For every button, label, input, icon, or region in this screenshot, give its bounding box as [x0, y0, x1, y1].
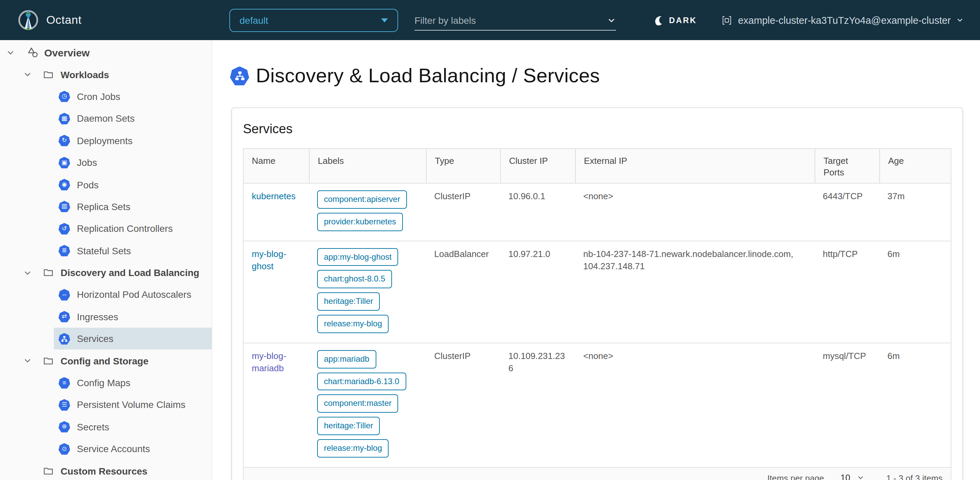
sidebar-item-replica-sets[interactable]: ▥ Replica Sets: [54, 195, 212, 217]
sidebar-group-config-and-storage[interactable]: Config and Storage: [0, 350, 212, 372]
card-title: Services: [232, 108, 962, 148]
service-link[interactable]: my-blog-ghost: [252, 249, 286, 271]
type-cell: ClusterIP: [426, 184, 500, 240]
chevron-down-icon[interactable]: [23, 70, 32, 79]
chevron-down-icon: [956, 16, 965, 24]
dark-theme-toggle[interactable]: DARK: [653, 0, 697, 40]
cluster-icon: [722, 14, 733, 25]
sidebar-item-cron-jobs[interactable]: ◷ Cron Jobs: [54, 86, 212, 108]
stateful-sets-icon: ≣: [59, 245, 70, 256]
chevron-down-icon[interactable]: [6, 48, 15, 57]
sidebar-item-jobs[interactable]: ▣ Jobs: [54, 152, 212, 174]
sidebar-item-horizontal-pod-autoscalers[interactable]: ⇔ Horizontal Pod Autoscalers: [54, 284, 212, 306]
items-per-page-label: Items per page: [767, 474, 824, 480]
sidebar-item-service-accounts[interactable]: ⊙ Service Accounts: [54, 438, 212, 460]
services-table: Name Labels Type Cluster IP External IP …: [243, 148, 951, 480]
sidebar-item-ingresses[interactable]: ⇄ Ingresses: [54, 306, 212, 328]
column-header-name: Name: [243, 149, 309, 183]
label-filter-input[interactable]: [414, 15, 607, 26]
services-icon: [230, 66, 249, 86]
replication-controllers-icon: ↺: [59, 223, 70, 234]
target-ports-cell: http/TCP: [815, 241, 879, 342]
namespace-select-value: default: [230, 15, 381, 26]
label-pill[interactable]: app:mariadb: [317, 350, 376, 369]
service-link[interactable]: kubernetes: [252, 191, 296, 201]
secrets-icon: ⊛: [59, 421, 70, 433]
pagination-range: 1 - 3 of 3 items: [886, 474, 943, 480]
jobs-icon: ▣: [59, 157, 70, 168]
label-pill[interactable]: heritage:Tiller: [317, 292, 380, 311]
sidebar-item-replication-controllers[interactable]: ↺ Replication Controllers: [54, 217, 212, 240]
label-pill[interactable]: chart:ghost-8.0.5: [317, 270, 392, 288]
navigation-sidebar: Overview Workloads ◷ Cron Jobs ▦ Daemon …: [0, 40, 212, 480]
labels-cell: app:mariadb chart:mariadb-6.13.0 compone…: [309, 343, 426, 467]
octant-logo-icon: [16, 8, 40, 32]
sidebar-group-discovery-and-load-balancing[interactable]: Discovery and Load Balancing: [0, 262, 212, 284]
cron-jobs-icon: ◷: [59, 91, 70, 102]
column-header-target-ports: Target Ports: [815, 149, 879, 183]
folder-icon: [43, 466, 54, 476]
table-row: my-blog-mariadb app:mariadb chart:mariad…: [243, 343, 951, 467]
sidebar-item-config-maps[interactable]: ≡ Config Maps: [54, 372, 212, 394]
label-pill[interactable]: app:my-blog-ghost: [317, 248, 398, 266]
label-pill[interactable]: component:master: [317, 394, 398, 413]
sidebar-item-overview[interactable]: Overview: [0, 41, 212, 63]
folder-icon: [43, 355, 54, 366]
age-cell: 6m: [879, 343, 951, 467]
age-cell: 6m: [879, 241, 951, 342]
column-header-external-ip: External IP: [575, 149, 815, 183]
services-icon: [59, 333, 70, 345]
namespace-select[interactable]: default: [229, 9, 398, 32]
label-pill[interactable]: release:my-blog: [317, 315, 389, 333]
label-pill[interactable]: release:my-blog: [317, 439, 389, 458]
app-title: Octant: [46, 13, 82, 27]
target-ports-cell: 6443/TCP: [815, 184, 879, 240]
cluster-ip-cell: 10.97.21.0: [500, 241, 575, 342]
chevron-down-icon: [857, 474, 865, 480]
label-pill[interactable]: heritage:Tiller: [317, 417, 380, 435]
cluster-ip-cell: 10.109.231.236: [500, 343, 575, 467]
top-header-bar: Octant default DARK example-cluster-ka3T…: [0, 0, 980, 40]
sidebar-item-stateful-sets[interactable]: ≣ Stateful Sets: [54, 240, 212, 262]
daemon-sets-icon: ▦: [59, 113, 70, 124]
external-ip-cell: nb-104-237-148-71.newark.nodebalancer.li…: [575, 241, 815, 342]
labels-cell: component:apiserver provider:kubernetes: [309, 184, 426, 240]
objects-icon: [27, 46, 39, 59]
app-shell: Overview Workloads ◷ Cron Jobs ▦ Daemon …: [0, 40, 980, 480]
items-per-page-select[interactable]: 10: [839, 473, 866, 480]
sidebar-item-pods[interactable]: ◉ Pods: [54, 174, 212, 196]
sidebar-item-services[interactable]: Services: [54, 328, 212, 350]
table-row: my-blog-ghost app:my-blog-ghost chart:gh…: [243, 240, 951, 342]
name-cell: my-blog-mariadb: [243, 343, 309, 467]
chevron-down-icon[interactable]: [607, 16, 616, 25]
table-footer: Items per page 10 1 - 3 of 3 items: [243, 467, 951, 480]
sidebar-item-daemon-sets[interactable]: ▦ Daemon Sets: [54, 108, 212, 130]
external-ip-cell: <none>: [575, 343, 815, 467]
column-header-labels: Labels: [309, 149, 426, 183]
label-pill[interactable]: provider:kubernetes: [317, 213, 403, 231]
type-cell: LoadBalancer: [426, 241, 500, 342]
chevron-down-icon[interactable]: [23, 356, 32, 365]
items-per-page-value: 10: [840, 473, 850, 480]
chevron-down-icon[interactable]: [23, 268, 32, 277]
persistent-volume-claims-icon: ☰: [59, 399, 70, 411]
sidebar-item-persistent-volume-claims[interactable]: ☰ Persistent Volume Claims: [54, 394, 212, 416]
service-link[interactable]: my-blog-mariadb: [252, 351, 286, 373]
external-ip-cell: <none>: [575, 184, 815, 240]
age-cell: 37m: [879, 184, 951, 240]
page-title: Discovery & Load Balancing / Services: [256, 65, 600, 87]
label-pill[interactable]: component:apiserver: [317, 190, 407, 209]
folder-icon: [43, 69, 54, 80]
label-pill[interactable]: chart:mariadb-6.13.0: [317, 372, 406, 391]
sidebar-group-workloads[interactable]: Workloads: [0, 63, 212, 86]
sidebar-group-custom-resources[interactable]: Custom Resources: [0, 460, 212, 480]
target-ports-cell: mysql/TCP: [815, 343, 879, 467]
services-card: Services Name Labels Type Cluster IP Ext…: [231, 108, 963, 480]
sidebar-item-deployments[interactable]: ↻ Deployments: [54, 130, 212, 152]
caret-down-icon: [381, 18, 388, 22]
label-filter: [414, 11, 616, 31]
sidebar-item-secrets[interactable]: ⊛ Secrets: [54, 416, 212, 438]
labels-cell: app:my-blog-ghost chart:ghost-8.0.5 heri…: [309, 241, 426, 342]
cluster-context-menu[interactable]: example-cluster-ka3TuTzYo4a@example-clus…: [722, 0, 965, 40]
cluster-ip-cell: 10.96.0.1: [500, 184, 575, 240]
